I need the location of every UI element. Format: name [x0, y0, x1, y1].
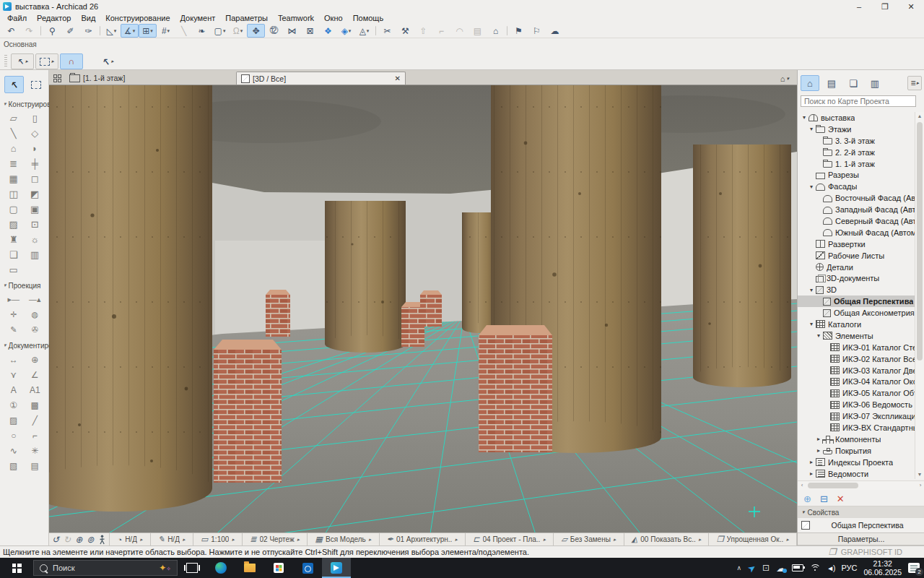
grid-element-tool[interactable]: ▥	[25, 247, 46, 262]
fillet-icon[interactable]: ◠	[450, 24, 468, 38]
tree-expander-icon[interactable]: ▸	[808, 459, 815, 465]
gravity-method-icon[interactable]: Ω▾	[229, 24, 247, 38]
menu-item[interactable]: Документ	[175, 13, 221, 24]
start-button[interactable]	[0, 558, 33, 578]
coordinate-input-icon[interactable]: ⊞▾	[139, 24, 157, 38]
qo-layer-combination[interactable]: ≣02 Чертеж▸	[243, 533, 308, 545]
graphisoft-id-button[interactable]: ❐ GRAPHISOFT ID	[829, 547, 902, 557]
guide-lines-icon[interactable]: ◺▾	[103, 24, 121, 38]
tab-3d-all[interactable]: [3D / Все] ✕	[236, 72, 406, 85]
hotspot-tool[interactable]: ✳	[25, 443, 46, 458]
drawing-tool[interactable]: ▤	[25, 458, 46, 473]
tree-item[interactable]: Общая Аксонометрия	[798, 307, 916, 319]
store-button[interactable]	[264, 558, 293, 578]
tree-item[interactable]: Детали	[798, 262, 916, 273]
tree-item[interactable]: ИКЭ-02 Каталог Всех Проемов	[798, 353, 916, 365]
qo-scale[interactable]: ▭1:100▸	[193, 533, 243, 545]
tree-item[interactable]: Разрезы	[798, 169, 916, 181]
fill-tool[interactable]: ▩	[25, 397, 46, 413]
qo-partial-structure[interactable]: ✎Н/Д▸	[151, 533, 193, 545]
tree-expander-icon[interactable]: ▾	[808, 287, 815, 293]
tree-item[interactable]: ▸Покрытия	[798, 445, 916, 457]
intersect-icon[interactable]: ⌐	[432, 24, 450, 38]
wifi-icon[interactable]	[810, 564, 820, 571]
level-dimension-tool[interactable]: ⊕	[25, 352, 46, 367]
figure-tool[interactable]: ▧	[3, 458, 25, 473]
task-view-button[interactable]	[178, 558, 206, 578]
orbit-icon[interactable]: ⊚	[87, 535, 94, 545]
properties-header[interactable]: ▾ Свойства	[798, 506, 924, 518]
tray-expand-icon[interactable]: ∧	[737, 564, 742, 571]
selection-mode-button[interactable]: ↖ ▸	[11, 53, 34, 69]
object-tool[interactable]: ♜	[3, 232, 25, 247]
toolbox-section-document[interactable]: ▾ Документиров	[0, 340, 48, 350]
restore-icon[interactable]: ❐	[872, 0, 898, 13]
go-back-icon[interactable]: ↺	[52, 535, 59, 545]
qo-model-filter[interactable]: ▦Вся Модель▸	[308, 533, 379, 545]
polyline-tool[interactable]: ⌐	[25, 428, 46, 443]
worksheet-tool[interactable]: ✎	[3, 322, 25, 337]
elevate-icon[interactable]: ⇧	[414, 24, 432, 38]
tree-item[interactable]: ▾Каталоги	[798, 319, 916, 330]
pinned-views-button[interactable]: ⌂ ▾	[778, 73, 791, 85]
tree-item[interactable]: Южный Фасад (Автоматически П	[798, 227, 916, 238]
snap-grid-icon[interactable]: #▾	[157, 24, 175, 38]
roof-tool[interactable]: ⌂	[3, 141, 25, 156]
home-view-icon[interactable]: ⌂	[487, 24, 505, 38]
outlook-button[interactable]	[293, 558, 322, 578]
tree-item[interactable]: ▸Компоненты	[798, 434, 916, 445]
qo-3d-style[interactable]: ❒Упрощенная Ок..▸	[709, 533, 797, 545]
window-tool[interactable]: ◫	[3, 186, 25, 202]
profile-manager-icon[interactable]: ◈▾	[337, 24, 355, 38]
niche-tool[interactable]: ▣	[25, 202, 46, 217]
tree-item[interactable]: Западный Фасад (Автоматически	[798, 204, 916, 215]
menu-item[interactable]: Конструирование	[100, 13, 175, 24]
tree-item[interactable]: ▾выставка	[798, 112, 916, 124]
menu-item[interactable]: Параметры	[220, 13, 273, 24]
morph-tool[interactable]: ❑	[3, 247, 25, 262]
snap-guides-icon[interactable]: ∡▾	[121, 24, 139, 38]
taskbar-clock[interactable]: 21:32 06.06.2025	[863, 559, 902, 577]
select-arrow-tool[interactable]: ↖	[4, 76, 24, 93]
tab-overview-button[interactable]	[49, 72, 65, 85]
elevation-tool[interactable]: —▴	[25, 292, 46, 307]
telegram-icon[interactable]: ➤	[746, 561, 759, 575]
circle-tool[interactable]: ○	[3, 428, 25, 443]
qo-renovation-filter[interactable]: ◭00 Показать Вс..▸	[624, 533, 710, 545]
layout-book-icon[interactable]: ❏	[844, 75, 863, 91]
zone-tool[interactable]: ⊡	[25, 217, 46, 232]
notification-center-icon[interactable]: 2	[908, 563, 920, 573]
wall-tool[interactable]: ▱	[3, 111, 25, 126]
qo-pen-set[interactable]: ✒01 Архитектурн..▸	[380, 533, 466, 545]
stretch-icon[interactable]: ⋈	[283, 24, 301, 38]
door-tool[interactable]: ◻	[25, 171, 46, 186]
menu-item[interactable]: Помощь	[348, 13, 389, 24]
tree-item[interactable]: 3. 3-й этаж	[798, 135, 916, 147]
resize-icon[interactable]: ▤	[468, 24, 487, 38]
arrow-tool-button[interactable]: ↖ ▸	[96, 53, 119, 69]
tree-item[interactable]: ▾Фасады	[798, 181, 916, 192]
qo-floor-plan-cut-plane[interactable]: ◔Н/Д▸	[110, 533, 150, 545]
stair-tool[interactable]: ≣	[3, 156, 25, 171]
tree-item[interactable]: 1. 1-й этаж	[798, 158, 916, 170]
shadows-icon[interactable]: ◬▾	[355, 24, 373, 38]
scrollbar-thumb[interactable]	[808, 483, 858, 488]
design-layers-icon[interactable]: ❖	[319, 24, 337, 38]
tree-item[interactable]: Рабочие Листы	[798, 250, 916, 262]
tree-item[interactable]: ▾Элементы	[798, 330, 916, 342]
view-settings-button[interactable]: Параметры...	[798, 532, 924, 545]
project-map-search-input[interactable]	[801, 95, 916, 107]
slab-tool[interactable]: ◇	[25, 126, 46, 141]
tree-item[interactable]: ИКЭ-04 Каталог Окон	[798, 376, 916, 387]
tree-vertical-scrollbar[interactable]: ▲ ▼	[915, 112, 924, 479]
tree-expander-icon[interactable]: ▾	[808, 321, 815, 327]
scroll-right-icon[interactable]: ›	[916, 481, 924, 490]
tree-expander-icon[interactable]: ▾	[808, 184, 815, 190]
tree-item[interactable]: ИКЭ-ВХ Стандартный Каталог	[798, 422, 916, 434]
tab-close-icon[interactable]: ✕	[395, 74, 401, 82]
mark-up-icon[interactable]: ⚑	[510, 24, 528, 38]
scroll-down-icon[interactable]: ▼	[915, 470, 924, 479]
tree-item[interactable]: ИКЭ-03 Каталог Дверей	[798, 365, 916, 376]
hatch-tool[interactable]: ▨	[3, 413, 25, 428]
toolbox-section-design[interactable]: ▾ Конструирова	[0, 99, 48, 109]
